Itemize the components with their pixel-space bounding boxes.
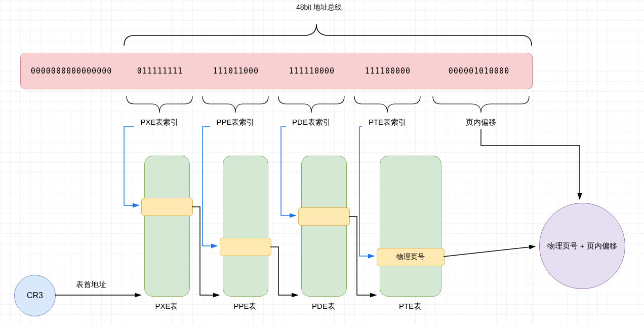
label-page-offset: 页内偏移 [451,118,511,127]
addr-seg-offset: 000001010000 [426,53,532,89]
pxe-table [144,156,190,297]
pxe-table-label: PXE表 [144,302,189,311]
arrow-offset-to-result [481,129,580,199]
label-pte-index: PTE表索引 [362,118,413,127]
address-bus-title: 48bit 地址总线 [263,3,375,12]
pte-table-label: PTE表 [380,302,440,311]
arrow-pte-to-result [444,246,535,257]
arrow-ppe-to-pde [270,247,298,295]
ppe-table-label: PPE表 [223,302,267,311]
result-circle: 物理页号 + 页内偏移 [539,203,625,289]
address-bar: 0000000000000000 011111111 111011000 111… [20,53,533,89]
pte-table [380,156,441,297]
brace-pxe [127,96,192,113]
pde-entry [298,207,350,226]
brace-pte [354,96,420,113]
cr3-register: CR3 [14,275,56,316]
pte-entry-label: 物理页号 [396,253,425,262]
arrow-pxe-to-ppe [192,207,219,295]
diagram-stage: 48bit 地址总线 0000000000000000 011111111 11… [0,0,644,324]
pte-entry: 物理页号 [377,248,445,266]
addr-seg-pde: 111110000 [274,53,350,89]
arrow-pte-index [359,127,374,256]
cr3-arrow-label: 表首地址 [76,280,106,290]
ppe-table [223,156,268,297]
top-brace [124,24,532,46]
arrow-pde-index [281,127,296,215]
arrow-pxe-index [124,127,139,205]
ppe-entry [220,238,271,256]
result-label: 物理页号 + 页内偏移 [547,241,617,251]
pde-table [301,156,347,297]
addr-seg-ppe: 111011000 [198,53,274,89]
label-pde-index: PDE表索引 [286,118,337,127]
brace-pde [278,96,344,113]
page-boundary-line [533,0,533,324]
addr-seg-pte: 111100000 [350,53,426,89]
pde-table-label: PDE表 [301,302,346,311]
arrow-pde-to-pte [349,217,376,295]
addr-seg-unused: 0000000000000000 [21,53,122,89]
arrow-ppe-index [203,127,217,246]
cr3-label: CR3 [27,291,43,300]
brace-ppe [203,96,268,113]
label-ppe-index: PPE表索引 [210,118,261,127]
brace-offset [433,96,529,113]
label-pxe-index: PXE表索引 [134,118,185,127]
addr-seg-pxe: 011111111 [122,53,198,89]
pxe-entry [141,198,193,216]
